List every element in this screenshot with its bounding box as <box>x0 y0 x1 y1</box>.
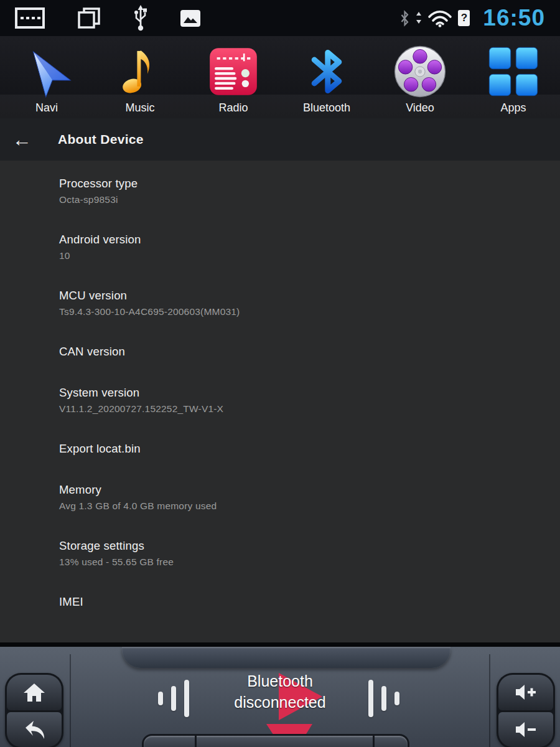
left-button-group <box>5 673 63 747</box>
dock-label: Bluetooth <box>303 101 350 115</box>
status-bar: ? 16:50 <box>0 0 560 36</box>
item-subtitle: Avg 1.3 GB of 4.0 GB memory used <box>59 500 535 512</box>
dock-label: Navi <box>35 101 58 115</box>
navigation-arrow-icon <box>18 42 75 101</box>
clock: 16:50 <box>483 5 545 31</box>
back-button[interactable] <box>7 712 62 747</box>
item-title: Processor type <box>59 177 535 190</box>
dock-item-bluetooth[interactable]: Bluetooth <box>280 36 373 118</box>
bluetooth-icon <box>299 42 355 101</box>
settings-item-mcu-version[interactable]: MCU version Ts9.4.3-300-10-A4C695-200603… <box>59 289 535 317</box>
dock-item-apps[interactable]: Apps <box>467 36 560 118</box>
music-note-icon <box>111 42 169 101</box>
bezel-seam-right <box>489 654 490 747</box>
settings-item-storage-settings[interactable]: Storage settings 13% used - 55.65 GB fre… <box>59 539 535 568</box>
status-icons-left <box>15 4 200 32</box>
keyboard-hide-icon <box>15 7 45 29</box>
app-grid-icon <box>487 42 540 101</box>
bezel-bottom-strip <box>142 734 409 747</box>
dock-label: Video <box>406 101 434 115</box>
page-header: ← About Device <box>0 118 560 161</box>
settings-item-memory[interactable]: Memory Avg 1.3 GB of 4.0 GB memory used <box>59 483 535 512</box>
bezel-seam-left <box>70 654 71 747</box>
audio-bars-right-icon <box>368 677 399 720</box>
dock-item-navi[interactable]: Navi <box>0 36 93 118</box>
recent-apps-icon <box>77 7 101 29</box>
item-title: CAN version <box>59 345 535 359</box>
wifi-icon <box>427 9 452 27</box>
film-reel-icon <box>392 42 448 101</box>
item-title: MCU version <box>59 289 535 303</box>
dock-item-video[interactable]: Video <box>373 36 467 118</box>
dock-label: Music <box>125 101 154 115</box>
item-subtitle: V11.1.2_20200727.152252_TW-V1-X <box>59 403 535 415</box>
dock-item-radio[interactable]: Radio <box>187 36 280 118</box>
settings-list: Processor type Octa-sp9853i Android vers… <box>0 161 560 644</box>
settings-item-system-version[interactable]: System version V11.1.2_20200727.152252_T… <box>59 386 535 415</box>
item-subtitle: Octa-sp9853i <box>59 194 535 205</box>
bluetooth-status: Bluetooth disconnected <box>193 670 367 713</box>
home-icon <box>23 682 45 703</box>
usb-icon <box>133 4 148 32</box>
back-arrow-icon <box>22 719 47 740</box>
settings-item-imei[interactable]: IMEI <box>59 595 535 609</box>
settings-item-processor-type[interactable]: Processor type Octa-sp9853i <box>59 177 535 205</box>
volume-down-button[interactable] <box>498 712 553 747</box>
back-arrow-icon[interactable]: ← <box>12 130 39 149</box>
item-subtitle: 13% used - 55.65 GB free <box>59 557 535 568</box>
sim-unknown-badge: ? <box>458 10 470 26</box>
strip-divider <box>195 736 197 747</box>
strip-divider <box>373 736 375 747</box>
screenshot-icon <box>180 10 200 27</box>
item-subtitle: 10 <box>59 250 535 261</box>
volume-up-icon <box>515 683 537 702</box>
bluetooth-status-line1: Bluetooth <box>193 670 367 692</box>
bluetooth-status-icon <box>399 10 410 27</box>
item-subtitle: Ts9.4.3-300-10-A4C695-200603(MM031) <box>59 306 535 317</box>
item-title: Export locat.bin <box>59 442 535 456</box>
right-button-group <box>497 673 555 747</box>
item-title: Storage settings <box>59 539 535 553</box>
sim-badge-text: ? <box>461 12 467 24</box>
radio-icon <box>206 42 261 101</box>
volume-down-icon <box>515 720 537 739</box>
dock-item-music[interactable]: Music <box>93 36 187 118</box>
app-dock: Navi Music <box>0 36 560 118</box>
page-title: About Device <box>58 132 144 147</box>
item-title: Android version <box>59 233 535 247</box>
item-title: System version <box>59 386 535 400</box>
item-title: Memory <box>59 483 535 497</box>
audio-bars-left-icon <box>158 677 189 720</box>
bottom-bezel: Bluetooth disconnected <box>0 642 560 747</box>
settings-item-android-version[interactable]: Android version 10 <box>59 233 535 261</box>
item-title: IMEI <box>59 595 535 609</box>
volume-up-button[interactable] <box>498 675 553 710</box>
network-arrows-icon <box>416 9 422 27</box>
settings-item-export-locat-bin[interactable]: Export locat.bin <box>59 442 535 456</box>
home-button[interactable] <box>7 675 62 710</box>
bluetooth-status-line2: disconnected <box>193 692 367 713</box>
status-icons-right: ? 16:50 <box>399 5 545 31</box>
dock-label: Radio <box>218 101 248 115</box>
settings-item-can-version[interactable]: CAN version <box>59 345 535 359</box>
dock-label: Apps <box>500 101 526 115</box>
